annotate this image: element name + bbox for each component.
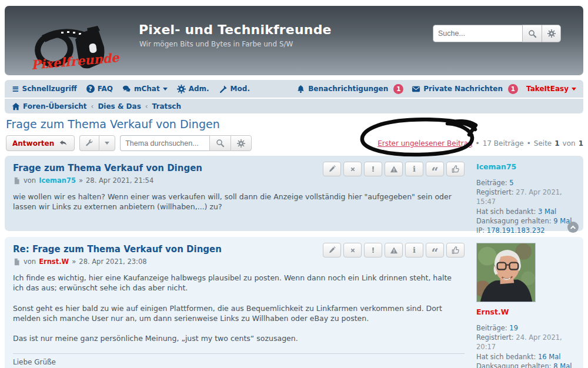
post-title[interactable]: Frage zum Thema Verkauf von Dingen xyxy=(13,163,202,173)
gears-icon xyxy=(177,85,186,93)
breadcrumb-forum[interactable]: Dies & Das xyxy=(98,102,141,111)
site-title: Pixel- und Technikfreunde xyxy=(139,22,332,37)
gear-icon xyxy=(547,29,556,38)
site-logo[interactable]: Pixelfreunde xyxy=(28,20,134,74)
warn-icon xyxy=(390,247,397,253)
info-icon: i xyxy=(413,165,416,173)
nav-admin[interactable]: Adm. xyxy=(177,85,209,93)
topic-tools-button[interactable] xyxy=(79,135,99,151)
post-2: Re: Frage zum Thema Verkauf von Dingen v… xyxy=(5,237,583,368)
topic-toolbar: Antworten Erster ungelesener Beitrag • 1… xyxy=(6,135,583,151)
post-actions: ! i “ xyxy=(323,162,465,176)
nav-user-menu[interactable]: TakeItEasy xyxy=(526,85,576,93)
breadcrumb-separator: ‹ xyxy=(145,102,148,111)
nav-faq[interactable]: ?FAQ xyxy=(86,85,113,93)
edit-button[interactable] xyxy=(323,243,341,257)
like-icon xyxy=(452,247,459,253)
site-search-settings-button[interactable] xyxy=(542,25,561,42)
avatar[interactable] xyxy=(476,243,536,302)
post-title[interactable]: Re: Frage zum Thema Verkauf von Dingen xyxy=(13,244,222,255)
first-unread-link[interactable]: Erster ungelesener Beitrag xyxy=(377,139,472,148)
like-icon xyxy=(452,166,459,172)
nav-quick-links[interactable]: ≡Schnellzugriff xyxy=(12,85,77,93)
delete-button[interactable] xyxy=(343,162,362,176)
warn-button[interactable] xyxy=(385,162,403,176)
scroll-top-icon xyxy=(571,226,575,228)
report-button[interactable]: ! xyxy=(364,162,382,176)
breadcrumb-separator: ‹ xyxy=(91,102,94,111)
info-button[interactable]: i xyxy=(405,162,423,176)
warn-button[interactable] xyxy=(385,243,403,257)
alert-icon: ! xyxy=(372,246,375,255)
stat-row: Danksagung erhalten: 8 Mal xyxy=(476,362,575,368)
edit-icon xyxy=(329,246,336,253)
site-search-input[interactable] xyxy=(433,25,522,42)
stat-row: Beiträge: 5 xyxy=(476,178,575,188)
bell-icon xyxy=(298,85,304,92)
breadcrumb-subforum[interactable]: Tratsch xyxy=(152,102,181,111)
profile-username[interactable]: Ernst.W xyxy=(476,307,509,317)
chat-bubbles-icon xyxy=(123,85,131,92)
post-signature: Liebe Grüße Ernst Weinzettl xyxy=(13,353,465,368)
post-date: 28. Apr 2021, 23:08 xyxy=(79,257,146,266)
post-1: Frage zum Thema Verkauf von Dingen von I… xyxy=(5,156,583,231)
quote-button[interactable]: “ xyxy=(426,162,444,176)
report-button[interactable]: ! xyxy=(364,243,382,257)
edit-icon xyxy=(329,165,336,172)
info-icon: i xyxy=(413,246,416,255)
site-search-button[interactable] xyxy=(522,25,542,42)
site-subtitle: Wir mögen Bits und Bytes in Farbe und S/… xyxy=(139,40,293,48)
page-current: 1 xyxy=(554,139,559,148)
logo-caption: Pixelfreunde xyxy=(31,50,121,72)
info-button[interactable]: i xyxy=(405,243,423,257)
nav-mod[interactable]: Mod. xyxy=(219,85,250,93)
topic-title[interactable]: Frage zum Thema Verkauf von Dingen xyxy=(6,118,220,131)
reply-button[interactable]: Antworten xyxy=(6,135,75,151)
topic-tools-dropdown[interactable] xyxy=(99,135,115,151)
nav-mchat[interactable]: mChat xyxy=(122,85,168,93)
page-total: 1 xyxy=(579,139,583,148)
chevron-down-icon xyxy=(105,142,109,145)
topic-search-settings-button[interactable] xyxy=(230,135,252,151)
file-icon xyxy=(15,258,19,265)
delete-icon xyxy=(350,248,355,252)
topic-post-count: 17 Beiträge xyxy=(483,139,524,148)
post-body: wie wollen wir es halten? Wenn einer was… xyxy=(13,192,465,212)
topic-search-input[interactable] xyxy=(120,135,209,151)
topic-search xyxy=(120,135,252,151)
warn-icon xyxy=(390,166,397,172)
quote-icon: “ xyxy=(431,164,438,174)
stat-row: IP: 178.191.183.232 xyxy=(476,226,575,235)
navigation-bar: ≡Schnellzugriff ?FAQ mChat Adm. Mod. Ben… xyxy=(5,80,583,98)
like-button[interactable] xyxy=(446,162,465,176)
stat-row: Beiträge: 19 xyxy=(476,323,575,333)
like-button[interactable] xyxy=(446,243,465,257)
post-date: 28. Apr 2021, 21:54 xyxy=(86,176,153,185)
post-profile: Ernst.W Beiträge: 19 Registriert: 24. Ap… xyxy=(476,243,575,368)
site-banner: Pixelfreunde Pixel- und Technikfreunde W… xyxy=(5,6,583,75)
edit-button[interactable] xyxy=(323,162,341,176)
quote-button[interactable]: “ xyxy=(426,243,444,257)
delete-icon xyxy=(350,167,355,171)
post-author-line: von Iceman75 » 28. Apr 2021, 21:54 xyxy=(13,176,465,185)
scroll-top-button[interactable] xyxy=(567,222,579,233)
menu-icon: ≡ xyxy=(12,86,19,92)
post-actions: ! i “ xyxy=(323,243,465,257)
envelope-icon xyxy=(412,86,420,91)
breadcrumb-home[interactable]: Foren-Übersicht xyxy=(12,102,87,111)
wrench-icon xyxy=(86,139,92,146)
topic-meta: Erster ungelesener Beitrag • 17 Beiträge… xyxy=(377,139,583,148)
post-author[interactable]: Ernst.W xyxy=(39,257,69,266)
topic-search-button[interactable] xyxy=(209,135,230,151)
chevron-down-icon xyxy=(572,88,576,91)
gear-icon xyxy=(237,139,245,148)
nav-notifications[interactable]: Benachrichtigungen1 xyxy=(296,84,403,94)
profile-username[interactable]: Iceman75 xyxy=(476,162,516,172)
nav-private-messages[interactable]: Private Nachrichten1 xyxy=(412,84,518,94)
stat-row: Registriert: 27. Apr 2021, 15:47 xyxy=(476,188,575,207)
alert-icon: ! xyxy=(372,165,375,173)
delete-button[interactable] xyxy=(343,243,362,257)
post-author[interactable]: Iceman75 xyxy=(39,176,76,185)
stat-row: Danksagung erhalten: 9 Mal xyxy=(476,216,575,226)
search-icon xyxy=(529,31,536,37)
